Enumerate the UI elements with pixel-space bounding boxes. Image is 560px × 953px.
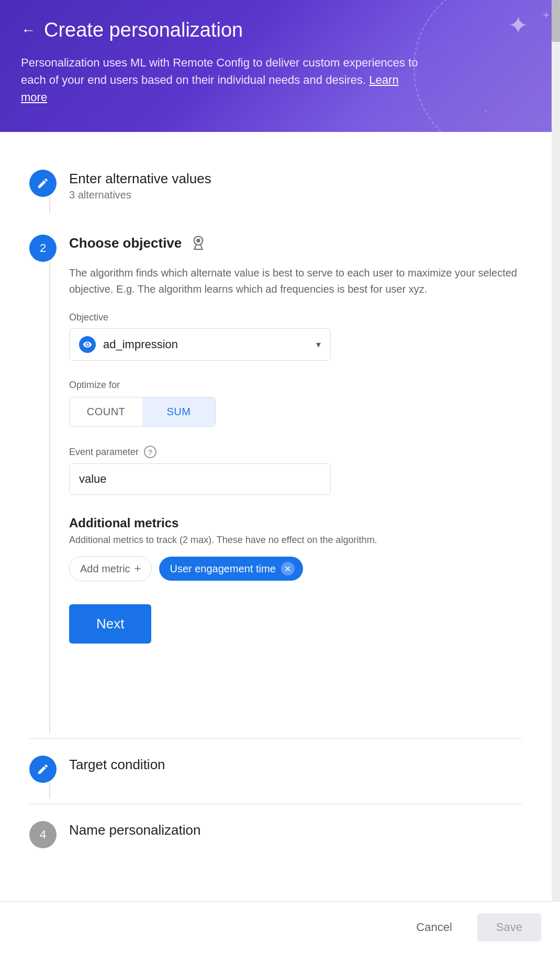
next-section: Next	[69, 604, 522, 644]
scrollbar[interactable]	[552, 0, 560, 953]
additional-metrics-subtitle: Additional metrics to track (2 max). The…	[69, 535, 522, 546]
objective-icon	[189, 234, 208, 252]
back-button[interactable]: ←	[21, 22, 36, 39]
header-description: Personalization uses ML with Remote Conf…	[21, 54, 419, 106]
help-icon[interactable]: ?	[144, 446, 156, 458]
header: ✦ + · ← Create personalization Personali…	[0, 0, 560, 132]
optimize-toggle[interactable]: COUNT SUM	[69, 397, 216, 427]
add-metric-chip[interactable]: Add metric +	[69, 556, 152, 581]
save-button: Save	[477, 913, 541, 941]
decorative-star-1: ✦	[508, 10, 529, 40]
toggle-sum[interactable]: SUM	[142, 397, 215, 426]
step-3-title: Target condition	[69, 757, 522, 773]
dropdown-arrow-icon: ▾	[316, 339, 321, 350]
event-param-section: Event parameter ?	[69, 446, 522, 495]
step-4-number: 4	[40, 828, 46, 841]
additional-metrics-section: Additional metrics Additional metrics to…	[69, 516, 522, 581]
step-1-title: Enter alternative values	[69, 171, 211, 187]
step-2-number: 2	[40, 241, 46, 255]
step-1-circle	[29, 170, 57, 197]
user-engagement-chip: User engagement time ✕	[159, 557, 303, 581]
objective-label: Objective	[69, 312, 522, 323]
decorative-star-2: +	[543, 8, 550, 22]
step-3-row: Target condition	[29, 739, 522, 804]
next-button[interactable]: Next	[69, 604, 151, 644]
optimize-label: Optimize for	[69, 380, 522, 391]
step-2-content: Choose objective The algorithm finds whi…	[69, 234, 522, 664]
add-metric-label: Add metric	[80, 563, 130, 575]
add-icon: +	[135, 562, 141, 575]
step-3-content: Target condition	[69, 755, 522, 773]
footer: Cancel Save	[0, 901, 560, 953]
cancel-button[interactable]: Cancel	[404, 913, 464, 941]
objective-dropdown[interactable]: ad_impression ▾	[69, 328, 331, 361]
event-param-input[interactable]	[69, 463, 331, 495]
step-4-title: Name personalization	[69, 822, 522, 838]
chip-metric-label: User engagement time	[170, 563, 275, 575]
step-1-subtitle: 3 alternatives	[69, 189, 211, 201]
event-param-label: Event parameter	[69, 447, 139, 458]
page-title: Create personalization	[44, 19, 243, 41]
step-4-row: 4 Name personalization	[29, 804, 522, 854]
step-4-content: Name personalization	[69, 820, 522, 838]
step-2-circle: 2	[29, 235, 57, 262]
chips-row: Add metric + User engagement time ✕	[69, 556, 522, 581]
svg-point-1	[197, 239, 201, 243]
objective-dropdown-icon	[79, 336, 96, 353]
step-2-row: 2 Choose objective The algorithm finds w…	[29, 218, 522, 738]
toggle-count[interactable]: COUNT	[70, 397, 142, 426]
decorative-star-3: ·	[484, 105, 487, 116]
chip-close-button[interactable]: ✕	[281, 562, 295, 575]
step-1-row: Enter alternative values 3 alternatives	[29, 153, 522, 218]
scrollbar-thumb[interactable]	[552, 0, 560, 42]
additional-metrics-title: Additional metrics	[69, 516, 522, 530]
main-content: Enter alternative values 3 alternatives …	[0, 132, 552, 916]
step-3-circle	[29, 756, 57, 783]
optimize-section: Optimize for COUNT SUM	[69, 380, 522, 427]
step-2-title: Choose objective	[69, 235, 182, 251]
step-4-circle: 4	[29, 821, 57, 848]
objective-value: ad_impression	[103, 338, 309, 351]
step-2-description: The algorithm finds which alternate valu…	[69, 265, 522, 297]
